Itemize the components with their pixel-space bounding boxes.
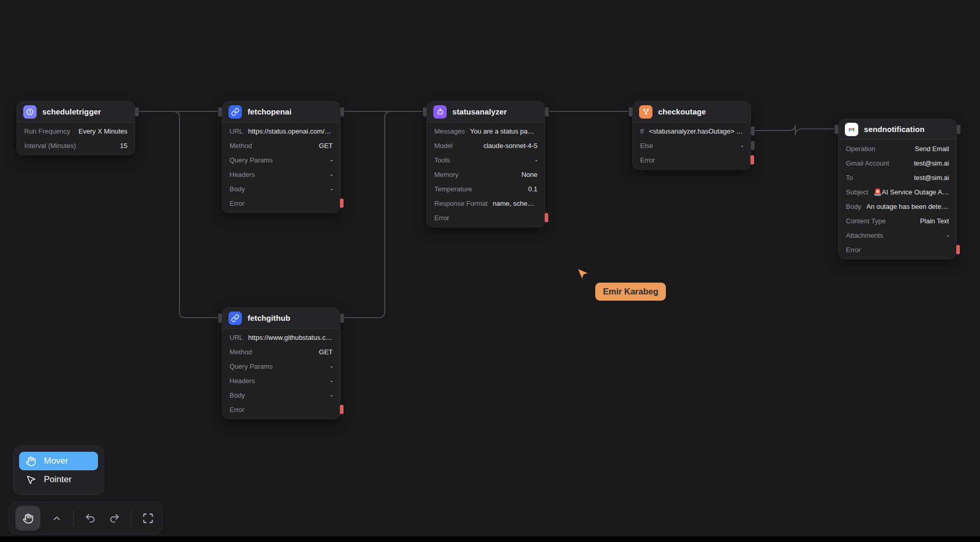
- row-value: https://status.openai.com/api…: [248, 127, 333, 135]
- redo-button[interactable]: [107, 511, 122, 526]
- error-indicator: [340, 405, 344, 414]
- row-label: If: [640, 127, 644, 135]
- row-label: To: [846, 174, 853, 182]
- edge-scheduletrigger-to-fetchgithub[interactable]: [139, 111, 218, 318]
- pointer-icon: [26, 474, 36, 485]
- row-value: -: [278, 156, 333, 164]
- row-label: Error: [846, 246, 861, 254]
- node-row: Body-: [222, 182, 340, 196]
- toolbar-divider: [131, 510, 132, 527]
- tool-menu-item-pointer[interactable]: Pointer: [19, 470, 98, 489]
- row-value: Plain Text: [891, 217, 949, 225]
- row-value: -: [278, 363, 333, 370]
- tools-expand-button[interactable]: [49, 511, 64, 526]
- undo-icon: [85, 513, 96, 524]
- row-label: Response Format: [434, 200, 487, 207]
- row-label: URL: [230, 127, 243, 135]
- node-row: Error: [839, 242, 956, 257]
- node-row: Else-: [633, 138, 750, 153]
- input-port[interactable]: [218, 107, 222, 117]
- row-value: -: [260, 377, 333, 385]
- node-header[interactable]: checkoutage: [633, 102, 750, 122]
- node-row: Error: [427, 210, 545, 225]
- row-value: test@sim.ai: [858, 174, 949, 182]
- row-value: Every X Minutes: [75, 127, 127, 135]
- output-port-header[interactable]: [545, 107, 549, 117]
- row-value: claude-sonnet-4-5: [458, 142, 537, 150]
- output-port-header[interactable]: [340, 314, 344, 323]
- row-label: Headers: [230, 171, 255, 178]
- row-label: Error: [230, 406, 244, 414]
- node-title: fetchgithub: [248, 314, 290, 322]
- output-port-header[interactable]: [957, 125, 960, 134]
- node-body: URLhttps://status.openai.com/api…MethodG…: [222, 122, 340, 212]
- node-body: OperationSend EmailGmail Accounttest@sim…: [839, 140, 956, 259]
- row-label: URL: [230, 334, 243, 341]
- output-port-header[interactable]: [340, 107, 344, 117]
- workflow-node-statusanalyzer[interactable]: statusanalyzerMessagesYou are a status p…: [427, 101, 545, 227]
- branch-icon: [639, 105, 652, 119]
- fullscreen-button[interactable]: [140, 511, 156, 526]
- workflow-node-checkoutage[interactable]: checkoutageIf<statusanalyzer.hasOutage> …: [632, 101, 751, 170]
- node-header[interactable]: fetchopenai: [222, 102, 340, 122]
- node-body: Run FrequencyEvery X MinutesInterval (Mi…: [17, 122, 135, 155]
- workflow-node-sendnotification[interactable]: sendnotificationOperationSend EmailGmail…: [838, 119, 957, 259]
- node-row: If<statusanalyzer.hasOutage> ===…: [633, 124, 750, 138]
- node-row: URLhttps://status.openai.com/api…: [222, 124, 340, 138]
- node-row: Response Formatname, schema +1: [427, 196, 545, 210]
- error-indicator: [545, 213, 548, 222]
- node-title: sendnotification: [864, 125, 924, 134]
- node-header[interactable]: statusanalyzer: [427, 102, 545, 122]
- output-port-row1[interactable]: [751, 141, 755, 150]
- node-header[interactable]: fetchgithub: [222, 308, 340, 329]
- input-port[interactable]: [629, 107, 632, 117]
- node-row: MethodGET: [222, 344, 340, 359]
- node-row: Subject🚨AI Service Outage Alert …: [839, 185, 956, 199]
- api-icon: [228, 311, 242, 325]
- undo-button[interactable]: [83, 511, 98, 526]
- node-header[interactable]: sendnotification: [839, 119, 956, 140]
- input-port[interactable]: [835, 125, 838, 134]
- row-label: Memory: [434, 171, 459, 178]
- node-row: Content TypePlain Text: [839, 213, 956, 228]
- node-row: Query Params-: [222, 359, 340, 373]
- node-row: Tools-: [427, 153, 545, 167]
- edge-checkoutage-to-sendnotification[interactable]: [755, 124, 834, 135]
- node-body: MessagesYou are a status page an…Modelcl…: [427, 122, 545, 227]
- node-header[interactable]: scheduletrigger: [17, 102, 135, 122]
- workflow-node-fetchgithub[interactable]: fetchgithubURLhttps://www.githubstatus.c…: [222, 307, 340, 419]
- row-label: Error: [640, 156, 655, 164]
- row-label: Method: [230, 348, 252, 356]
- workflow-node-scheduletrigger[interactable]: scheduletriggerRun FrequencyEvery X Minu…: [17, 101, 135, 155]
- workflow-node-fetchopenai[interactable]: fetchopenaiURLhttps://status.openai.com/…: [222, 101, 340, 213]
- canvas-toolbar: [9, 502, 162, 535]
- node-row: Interval (Minutes)15: [17, 138, 135, 153]
- node-title: scheduletrigger: [42, 107, 101, 116]
- node-row: URLhttps://www.githubstatus.co…: [222, 330, 340, 344]
- input-port[interactable]: [423, 107, 427, 117]
- row-label: Run Frequency: [24, 127, 70, 135]
- output-port-row0[interactable]: [751, 126, 755, 136]
- node-row: BodyAn outage has been detecte…: [839, 199, 956, 213]
- row-label: Error: [230, 200, 244, 207]
- node-title: statusanalyzer: [452, 107, 507, 116]
- edge-fetchgithub-to-statusanalyzer[interactable]: [345, 111, 422, 318]
- row-value: 0.1: [477, 185, 537, 193]
- row-value: None: [464, 171, 537, 178]
- row-label: Headers: [230, 377, 255, 385]
- clock-icon: [23, 105, 37, 119]
- toolbar-divider: [73, 510, 74, 527]
- error-indicator: [956, 245, 960, 254]
- row-value: GET: [257, 142, 333, 150]
- node-title: checkoutage: [658, 107, 706, 116]
- redo-icon: [109, 513, 120, 524]
- row-label: Body: [230, 391, 245, 399]
- node-row: Run FrequencyEvery X Minutes: [17, 124, 135, 138]
- input-port[interactable]: [218, 314, 222, 323]
- output-port-header[interactable]: [135, 107, 139, 117]
- hand-icon: [23, 513, 34, 524]
- pan-tool-button[interactable]: [15, 506, 40, 531]
- gmail-icon: [845, 123, 858, 136]
- tool-menu-item-mover[interactable]: Mover: [19, 452, 98, 470]
- row-value: You are a status page an…: [470, 127, 537, 135]
